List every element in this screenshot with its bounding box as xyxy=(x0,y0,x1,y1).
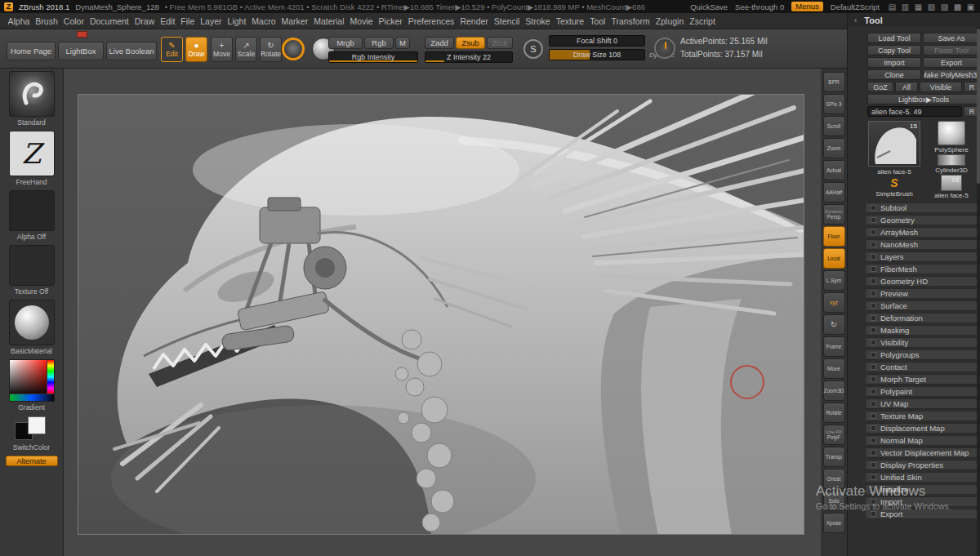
goz-button[interactable]: GoZ xyxy=(867,82,893,92)
strip-polyf-button[interactable]: Line Fill PolyF xyxy=(823,425,845,445)
see-through-slider[interactable]: See-through 0 xyxy=(735,2,784,11)
lightbox-tools-button[interactable]: Lightbox▶Tools xyxy=(867,94,980,105)
import-tool-button[interactable]: Import xyxy=(867,57,921,68)
active-tool-slider[interactable]: alien face-5. 49 xyxy=(867,106,962,117)
tool-section-initialize[interactable]: Initialize xyxy=(865,484,979,495)
hue-strip[interactable] xyxy=(47,360,54,394)
scale-mode-button[interactable]: ↗ Scale xyxy=(235,37,257,62)
live-boolean-button[interactable]: Live Boolean xyxy=(106,42,157,60)
menu-material[interactable]: Material xyxy=(311,15,347,28)
swatch-strip[interactable] xyxy=(10,394,54,401)
menu-layer[interactable]: Layer xyxy=(198,15,225,28)
home-page-button[interactable]: Home Page xyxy=(7,42,56,60)
menu-draw[interactable]: Draw xyxy=(131,15,158,28)
switch-color-control[interactable]: SwitchColor xyxy=(13,416,50,451)
recent-tool-thumbnail[interactable]: 15 xyxy=(941,175,962,191)
sculpt-model[interactable] xyxy=(78,95,804,535)
brush-thumbnail[interactable] xyxy=(9,71,55,117)
strip-xpose-button[interactable]: Xpose xyxy=(823,513,845,533)
strip-spin-button[interactable]: ↻ xyxy=(823,314,845,335)
tool-section-visibility[interactable]: Visibility xyxy=(865,337,979,348)
menu-stencil[interactable]: Stencil xyxy=(491,15,523,28)
alpha-selector[interactable]: Alpha Off xyxy=(9,190,55,241)
rgb-button[interactable]: Rgb xyxy=(364,37,394,49)
goz-visible-button[interactable]: Visible xyxy=(920,82,962,92)
sculptris-pro-button[interactable]: S xyxy=(523,39,543,59)
tool-section-import[interactable]: Import xyxy=(865,496,979,507)
tool-section-texture-map[interactable]: Texture Map xyxy=(865,411,979,421)
strip-local-button[interactable]: Local xyxy=(823,248,845,269)
tool-section-display-properties[interactable]: Display Properties xyxy=(865,460,979,470)
lightbox-button[interactable]: LightBox xyxy=(58,42,104,60)
doc-icon[interactable]: ▩ xyxy=(952,2,963,11)
menu-transform[interactable]: Transform xyxy=(608,15,653,28)
edit-mode-button[interactable]: ✎ Edit xyxy=(161,37,183,62)
tool-section-unified-skin[interactable]: Unified Skin xyxy=(865,472,979,483)
strip-move-button[interactable]: Move xyxy=(823,358,845,379)
alpha-thumbnail[interactable] xyxy=(9,190,55,231)
menu-texture[interactable]: Texture xyxy=(553,15,586,28)
menu-preferences[interactable]: Preferences xyxy=(405,15,457,28)
tool-section-geometry[interactable]: Geometry xyxy=(865,215,979,225)
menu-color[interactable]: Color xyxy=(60,15,87,28)
tool-section-layers[interactable]: Layers xyxy=(865,251,979,262)
color-picker[interactable]: Gradient xyxy=(9,359,55,411)
menu-render[interactable]: Render xyxy=(457,15,491,28)
menu-movie[interactable]: Movie xyxy=(347,15,376,28)
paste-tool-button[interactable]: Paste Tool xyxy=(923,45,980,56)
export-tool-button[interactable]: Export xyxy=(923,57,980,68)
gradient-picker[interactable] xyxy=(9,359,55,402)
save-as-button[interactable]: Save As xyxy=(923,33,980,43)
menu-tool[interactable]: Tool xyxy=(587,15,608,28)
zcut-button[interactable]: Zcut xyxy=(487,37,513,49)
strip-persp-button[interactable]: Dynamic Persp xyxy=(823,204,845,225)
switch-color-swatches[interactable] xyxy=(13,416,49,442)
draw-size-slider[interactable]: Draw Size 108 xyxy=(549,49,645,60)
tool-section-masking[interactable]: Masking xyxy=(865,325,979,336)
tool-section-polygroups[interactable]: Polygroups xyxy=(865,349,979,360)
strip-bpr-button[interactable]: BPR xyxy=(823,72,845,92)
tool-panel-header[interactable]: ‹ Tool xyxy=(848,13,980,27)
menu-document[interactable]: Document xyxy=(87,15,131,28)
menu-zscript[interactable]: Zscript xyxy=(687,15,719,28)
z-intensity-slider[interactable]: Z Intensity 22 xyxy=(425,51,513,63)
tool-section-fibermesh[interactable]: FiberMesh xyxy=(865,264,979,274)
simplebrush-icon[interactable]: S xyxy=(890,177,898,189)
saturation-square[interactable] xyxy=(10,360,47,394)
strip-frame-button[interactable]: Frame xyxy=(823,336,845,357)
menus-button[interactable]: Menus xyxy=(791,2,823,11)
document-canvas[interactable]: ◄ ▲ ▼ ► xyxy=(78,94,804,535)
clone-button[interactable]: Clone xyxy=(867,69,921,80)
menu-edit[interactable]: Edit xyxy=(158,15,178,28)
tool-section-arraymesh[interactable]: ArrayMesh xyxy=(865,227,979,238)
palette-icon[interactable]: ▧ xyxy=(926,2,937,11)
default-zscript-button[interactable]: DefaultZScript xyxy=(831,2,880,11)
collapse-tray-icon[interactable]: ‹ xyxy=(854,16,857,24)
strip-rotate-button[interactable]: Rotate xyxy=(823,403,845,423)
focal-shift-slider[interactable]: Focal Shift 0 xyxy=(549,35,645,47)
texture-thumbnail[interactable] xyxy=(9,245,55,286)
m-button[interactable]: M xyxy=(395,37,410,49)
tool-section-polypaint[interactable]: Polypaint xyxy=(865,386,979,397)
cylinder3d-thumbnail[interactable] xyxy=(938,154,965,166)
tool-section-preview[interactable]: Preview xyxy=(865,288,979,299)
tool-section-surface[interactable]: Surface xyxy=(865,300,979,311)
menu-zplugin[interactable]: Zplugin xyxy=(653,15,686,28)
goz-all-button[interactable]: All xyxy=(895,82,918,92)
window-icon[interactable]: ▣ xyxy=(965,2,976,11)
material-selector[interactable]: BasicMaterial xyxy=(9,300,55,355)
menu-light[interactable]: Light xyxy=(225,15,249,28)
tool-section-normal-map[interactable]: Normal Map xyxy=(865,435,979,446)
tool-section-geometry-hd[interactable]: Geometry HD xyxy=(865,276,979,287)
stroke-selector[interactable]: Z FreeHand xyxy=(9,131,55,186)
menu-file[interactable]: File xyxy=(178,15,198,28)
tool-section-contact[interactable]: Contact xyxy=(865,362,979,372)
tool-section-displacement-map[interactable]: Displacement Map xyxy=(865,423,979,434)
current-brush-icon[interactable] xyxy=(282,38,305,60)
strip-ghost-button[interactable]: Ghost xyxy=(823,469,845,489)
strip-solo-button[interactable]: Solo xyxy=(823,491,845,511)
strip-transp-button[interactable]: Transp xyxy=(823,447,845,467)
mrgb-button[interactable]: Mrgb xyxy=(328,37,363,49)
menu-brush[interactable]: Brush xyxy=(33,15,60,28)
zadd-button[interactable]: Zadd xyxy=(425,37,454,49)
